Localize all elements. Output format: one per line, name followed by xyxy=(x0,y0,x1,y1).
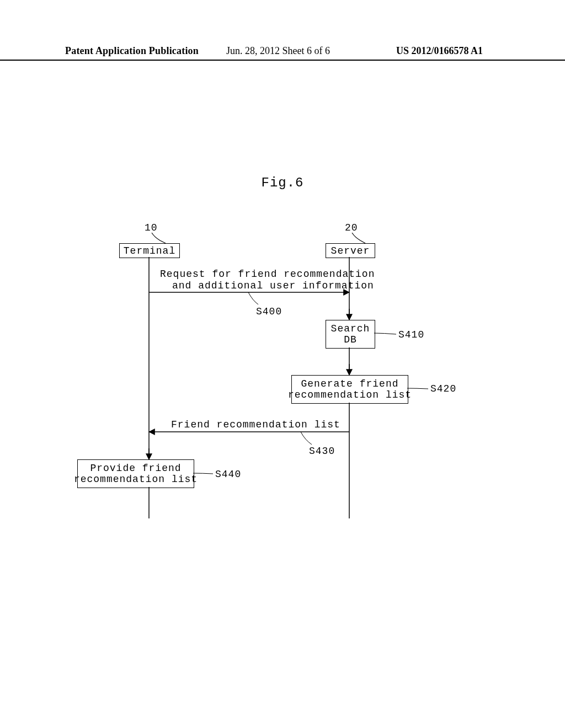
msg-s400-line2: and additional user information xyxy=(172,280,374,291)
diagram-overlay xyxy=(0,0,565,728)
msg-s400-line1: Request for friend recommendation xyxy=(160,269,375,280)
ref-s400: S400 xyxy=(256,306,282,317)
step-s410-box: Search DB xyxy=(326,320,375,349)
header-left: Patent Application Publication xyxy=(65,45,199,57)
page: Patent Application Publication Jun. 28, … xyxy=(0,0,565,728)
server-box: Server xyxy=(326,243,375,258)
ref-s440: S440 xyxy=(215,469,241,480)
server-ref: 20 xyxy=(345,222,358,233)
ref-s420: S420 xyxy=(430,383,456,394)
ref-s430: S430 xyxy=(309,446,335,457)
msg-s430: Friend recommendation list xyxy=(171,419,340,430)
terminal-ref: 10 xyxy=(145,222,158,233)
header-center: Jun. 28, 2012 Sheet 6 of 6 xyxy=(226,45,330,57)
header-right: US 2012/0166578 A1 xyxy=(396,45,483,57)
page-header: Patent Application Publication Jun. 28, … xyxy=(0,45,565,61)
step-s420-box: Generate friend recommendation list xyxy=(291,375,408,404)
ref-s410: S410 xyxy=(398,329,424,340)
step-s440-box: Provide friend recommendation list xyxy=(77,459,194,488)
terminal-box: Terminal xyxy=(119,243,180,258)
figure-title: Fig.6 xyxy=(0,175,565,190)
